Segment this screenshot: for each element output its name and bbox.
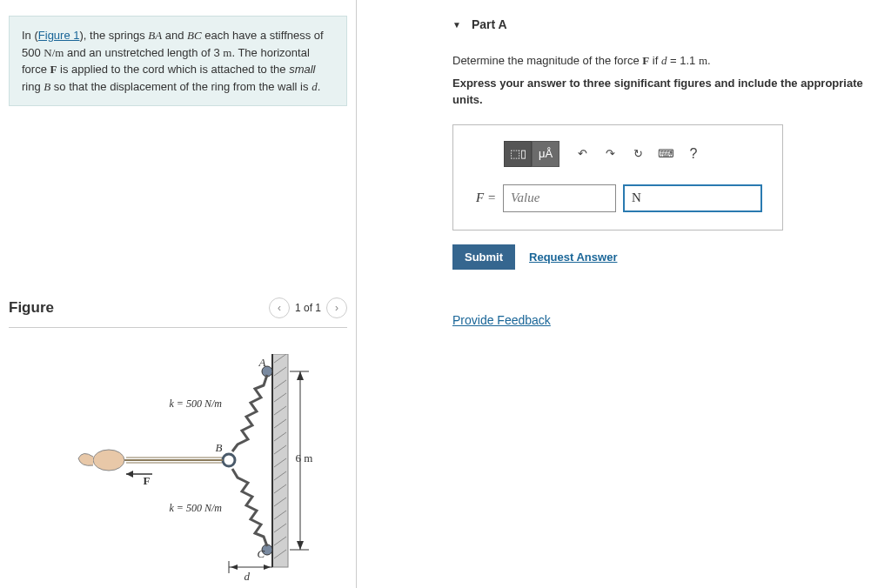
var-F: F (642, 54, 649, 67)
right-panel: ▼ Part A Determine the magnitude of the … (357, 0, 891, 588)
special-chars-button[interactable]: μÅ (532, 141, 559, 167)
figure-counter: 1 of 1 (295, 302, 321, 314)
input-label-F: F = (476, 190, 496, 205)
figure-title: Figure (9, 299, 54, 317)
svg-point-24 (93, 450, 124, 471)
units: N/m (44, 46, 64, 59)
figure-next-button[interactable]: › (326, 297, 347, 318)
svg-marker-35 (264, 565, 271, 570)
redo-button[interactable]: ↷ (596, 141, 624, 167)
var-BC: BC (187, 29, 202, 42)
svg-marker-30 (297, 371, 304, 380)
svg-marker-31 (297, 541, 304, 550)
label-A: A (259, 356, 266, 370)
templates-button[interactable]: ⬚▯ (504, 141, 532, 167)
submit-row: Submit Request Answer (452, 244, 874, 270)
provide-feedback-link[interactable]: Provide Feedback (452, 313, 874, 327)
svg-marker-34 (231, 565, 238, 570)
unit: m (699, 54, 707, 67)
collapse-icon: ▼ (452, 20, 461, 30)
svg-marker-26 (126, 471, 133, 478)
help-button[interactable]: ? (680, 141, 707, 167)
reset-button[interactable]: ↻ (624, 141, 652, 167)
text: ring (22, 80, 44, 93)
submit-button[interactable]: Submit (452, 244, 515, 270)
figure-header: Figure ‹ 1 of 1 › (9, 297, 347, 328)
diagram: A B C F k = 500 N/m k = 500 N/m 6 m d (39, 354, 318, 571)
figure-body: A B C F k = 500 N/m k = 500 N/m 6 m d (9, 354, 347, 571)
label-B: B (216, 441, 223, 455)
label-k2: k = 500 N/m (170, 502, 222, 515)
part-a-content: Determine the magnitude of the force F i… (374, 43, 874, 327)
figure-link[interactable]: Figure 1 (38, 29, 80, 42)
text: . (318, 80, 321, 93)
text: . (707, 54, 711, 67)
label-d: d (245, 570, 251, 584)
figure-nav: ‹ 1 of 1 › (269, 297, 347, 318)
units: m (223, 46, 231, 59)
value-input[interactable] (503, 184, 616, 212)
svg-point-20 (223, 454, 235, 466)
figure-section: Figure ‹ 1 of 1 › (9, 297, 347, 571)
unit-input[interactable] (623, 184, 762, 212)
figure-prev-button[interactable]: ‹ (269, 297, 290, 318)
undo-button[interactable]: ↶ (568, 141, 596, 167)
text: and (162, 29, 187, 42)
var-BA: BA (148, 29, 162, 42)
label-6m: 6 m (296, 451, 313, 465)
label-F: F (144, 474, 151, 488)
answer-box: ⬚▯ μÅ ↶ ↷ ↻ ⌨ ? F = (452, 124, 783, 231)
keyboard-button[interactable]: ⌨ (652, 141, 680, 167)
left-panel: In (Figure 1), the springs BA and BC eac… (0, 0, 357, 588)
text: and an unstretched length of 3 (64, 46, 223, 59)
text: Determine the magnitude of the force (452, 54, 642, 67)
svg-rect-0 (272, 354, 288, 567)
problem-statement: In (Figure 1), the springs BA and BC eac… (9, 16, 347, 106)
text: ), the springs (80, 29, 149, 42)
answer-instruction: Express your answer to three significant… (452, 75, 874, 109)
answer-input-row: F = (476, 184, 768, 212)
label-k1: k = 500 N/m (170, 398, 222, 411)
question-text: Determine the magnitude of the force F i… (452, 52, 874, 70)
text: so that the displacement of the ring fro… (50, 80, 312, 93)
text: if (649, 54, 661, 67)
request-answer-link[interactable]: Request Answer (529, 251, 617, 264)
text: = 1.1 (667, 54, 699, 67)
label-C: C (258, 547, 265, 561)
text: is applied to the cord which is attached… (57, 63, 289, 76)
part-a-header[interactable]: ▼ Part A (374, 9, 874, 43)
answer-toolbar: ⬚▯ μÅ ↶ ↷ ↻ ⌨ ? (504, 141, 768, 167)
text-italic: small (289, 63, 315, 76)
text: In ( (22, 29, 38, 42)
part-a-title: Part A (472, 17, 507, 31)
